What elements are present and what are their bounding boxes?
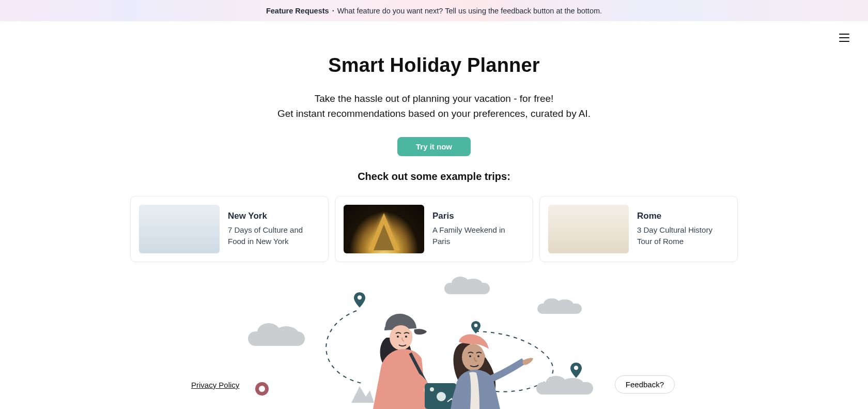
trip-image-new-york	[139, 205, 220, 253]
trip-card-new-york[interactable]: New York 7 Days of Culture and Food in N…	[130, 196, 329, 262]
svg-point-0	[358, 295, 362, 299]
subtitle-line-2: Get instant recommendations based on you…	[0, 106, 868, 121]
announcement-bold: Feature Requests	[266, 7, 329, 15]
people-illustration	[363, 306, 533, 409]
trip-card-rome[interactable]: Rome 3 Day Cultural History Tour of Rome	[539, 196, 738, 262]
hero-illustration	[253, 280, 615, 404]
svg-point-13	[477, 355, 479, 357]
trip-title: Paris	[432, 211, 524, 221]
map-pin-icon	[570, 362, 582, 378]
privacy-policy-link[interactable]: Privacy Policy	[191, 381, 239, 389]
svg-point-9	[437, 392, 446, 401]
svg-point-5	[397, 336, 399, 338]
trip-title: Rome	[637, 211, 729, 221]
trip-desc: 7 Days of Culture and Food in New York	[228, 224, 320, 247]
announcement-text: What feature do you want next? Tell us u…	[337, 7, 602, 15]
map-pin-icon	[255, 382, 269, 396]
hero: Smart Holiday Planner Take the hassle ou…	[0, 49, 868, 404]
trip-image-rome	[548, 205, 629, 253]
feedback-button[interactable]: Feedback?	[615, 375, 675, 393]
trip-image-paris	[344, 205, 424, 253]
svg-point-2	[574, 366, 578, 370]
menu-icon[interactable]	[839, 34, 849, 42]
trip-card-paris[interactable]: Paris A Family Weekend in Paris	[335, 196, 533, 262]
announcement-separator: ·	[332, 7, 334, 15]
announcement-bar: Feature Requests · What feature do you w…	[0, 0, 868, 21]
example-trip-cards: New York 7 Days of Culture and Food in N…	[130, 196, 738, 262]
trip-desc: 3 Day Cultural History Tour of Rome	[637, 224, 729, 247]
try-it-now-button[interactable]: Try it now	[397, 137, 471, 156]
page-title: Smart Holiday Planner	[0, 54, 868, 77]
subtitle: Take the hassle out of planning your vac…	[0, 91, 868, 122]
svg-point-4	[406, 330, 412, 339]
svg-point-6	[405, 336, 407, 338]
svg-point-12	[469, 355, 471, 357]
svg-point-11	[480, 353, 485, 360]
header	[0, 21, 868, 49]
trip-desc: A Family Weekend in Paris	[432, 224, 524, 247]
examples-heading: Check out some example trips:	[0, 171, 868, 183]
subtitle-line-1: Take the hassle out of planning your vac…	[0, 91, 868, 106]
trip-title: New York	[228, 211, 320, 221]
svg-point-8	[430, 387, 434, 391]
